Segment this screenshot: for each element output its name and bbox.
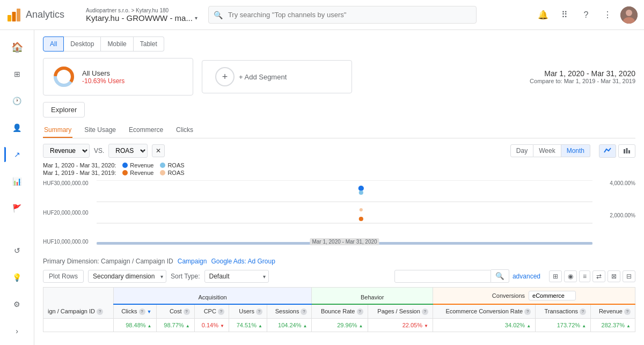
th-cpc[interactable]: CPC ?: [194, 304, 229, 319]
time-btn-day[interactable]: Day: [510, 144, 533, 157]
date-range-area[interactable]: Mar 1, 2020 - Mar 31, 2020 Compare to: M…: [530, 69, 635, 84]
metric2-select[interactable]: ROAS CPC Cost: [108, 144, 148, 158]
table-view-lifetime-btn[interactable]: ⊟: [623, 270, 635, 282]
sidebar-item-realtime[interactable]: 🕐: [4, 88, 30, 114]
breadcrumb-dropdown-icon[interactable]: ▾: [195, 15, 197, 21]
chart-controls: Revenue Sessions Users VS. ROAS CPC Cost…: [43, 144, 635, 158]
sidebar-item-refresh[interactable]: ↺: [4, 238, 30, 263]
y-axis-right: 4,000.00% 2,000.00%: [592, 180, 635, 245]
sub-tab-ecommerce[interactable]: Ecommerce: [128, 123, 164, 138]
cell-revenue: 282.37%: [591, 319, 635, 332]
sidebar-item-expand[interactable]: ›: [4, 318, 30, 344]
table-view-grid-btn[interactable]: ⊞: [549, 270, 562, 282]
tab-desktop[interactable]: Desktop: [64, 36, 101, 52]
tab-all[interactable]: All: [43, 36, 64, 52]
help-button[interactable]: ?: [577, 6, 595, 24]
table-view-compare-btn[interactable]: ⇄: [592, 270, 605, 282]
time-btn-month[interactable]: Month: [561, 144, 590, 157]
chart-time-buttons: Day Week Month: [510, 144, 590, 157]
y-right-top: 4,000.00%: [592, 180, 635, 186]
dim-help-icon[interactable]: ?: [97, 309, 103, 315]
acquisition-group-header: Acquisition: [113, 288, 312, 305]
avatar[interactable]: [620, 6, 638, 24]
th-bounce-rate[interactable]: Bounce Rate ?: [312, 304, 368, 319]
secondary-dim-select[interactable]: Secondary dimension: [88, 270, 166, 283]
time-btn-week[interactable]: Week: [533, 144, 561, 157]
sidebar-item-acquisition[interactable]: ↗: [4, 142, 30, 167]
th-ecommerce-rate[interactable]: Ecommerce Conversion Rate ?: [433, 304, 535, 319]
table-search-button[interactable]: 🔍: [491, 269, 509, 283]
sidebar-item-behavior[interactable]: 📊: [4, 168, 30, 194]
advanced-link[interactable]: advanced: [513, 273, 540, 280]
breadcrumb-title: Kytary.hu - GROWWW - ma...: [86, 13, 193, 23]
google-ads-dim-link[interactable]: Google Ads: Ad Group: [211, 258, 275, 265]
sub-tab-summary[interactable]: Summary: [43, 123, 72, 138]
behavior-icon: 📊: [12, 177, 21, 186]
compare-date: Compare to: Mar 1, 2019 - Mar 31, 2019: [530, 78, 635, 84]
y-right-mid: 2,000.00%: [592, 212, 635, 218]
campaign-dim-link[interactable]: Campaign: [178, 258, 207, 265]
line-chart-btn[interactable]: [599, 144, 616, 158]
sidebar-item-home[interactable]: 🏠: [4, 34, 30, 60]
sidebar-item-dashboard[interactable]: ⊞: [4, 61, 30, 87]
header-actions: 🔔 ⠿ ? ⋮: [535, 6, 638, 24]
table-view-pivot-btn[interactable]: ⊠: [608, 270, 620, 282]
legend-item-2020-revenue: Revenue: [122, 162, 153, 168]
metric1-select[interactable]: Revenue Sessions Users: [43, 144, 90, 158]
bar-chart-btn[interactable]: [618, 144, 635, 158]
th-pages-session[interactable]: Pages / Session ?: [368, 304, 433, 319]
cell-users: 74.51%: [229, 319, 267, 332]
notifications-button[interactable]: 🔔: [535, 6, 552, 24]
conversions-group-header: Conversions eCommerce: [433, 288, 635, 305]
sidebar-item-settings[interactable]: ⚙: [4, 291, 30, 317]
sort-type-label: Sort Type:: [171, 273, 200, 280]
sub-tab-clicks[interactable]: Clicks: [175, 123, 194, 138]
audience-icon: 👤: [12, 123, 21, 132]
legend-item-2019-revenue: Revenue: [122, 170, 153, 176]
sidebar-item-insights[interactable]: 💡: [4, 265, 30, 290]
table-search-input[interactable]: [394, 270, 491, 283]
th-users[interactable]: Users ?: [229, 304, 267, 319]
sub-tabs: Summary Site Usage Ecommerce Clicks: [43, 123, 635, 138]
menu-icon: ⋮: [603, 10, 612, 20]
svg-rect-2: [17, 9, 20, 21]
clear-metrics-btn[interactable]: ✕: [152, 144, 165, 157]
cell-dim: [43, 319, 114, 332]
table-view-bar-btn[interactable]: ≡: [579, 270, 590, 282]
svg-point-21: [360, 208, 363, 211]
segment-name: All Users: [82, 69, 125, 77]
clicks-sort-arrow[interactable]: ▼: [147, 309, 152, 314]
segment-tabs: All Desktop Mobile Tablet: [43, 36, 635, 52]
th-cost[interactable]: Cost ?: [156, 304, 194, 319]
conversions-icon: 🚩: [12, 204, 21, 212]
tab-tablet[interactable]: Tablet: [134, 36, 164, 52]
tab-mobile[interactable]: Mobile: [101, 36, 133, 52]
chart-legend: Mar 1, 2020 - Mar 31, 2020: Revenue ROAS…: [43, 162, 635, 176]
ecommerce-select[interactable]: eCommerce: [529, 291, 576, 300]
th-clicks[interactable]: Clicks ? ▼: [113, 304, 156, 319]
chart-svg: Mar 1, 2020 - Mar 31, 2020: [97, 180, 592, 245]
explorer-tab[interactable]: Explorer: [43, 102, 85, 118]
primary-dimension-row: Primary Dimension: Campaign / Campaign I…: [43, 258, 635, 265]
menu-button[interactable]: ⋮: [599, 6, 616, 24]
th-transactions[interactable]: Transactions ?: [536, 304, 591, 319]
th-sessions[interactable]: Sessions ?: [267, 304, 312, 319]
sub-tab-site-usage[interactable]: Site Usage: [83, 123, 117, 138]
dashboard-icon: ⊞: [14, 70, 20, 78]
table-view-pie-btn[interactable]: ◉: [564, 270, 577, 282]
plot-rows-button[interactable]: Plot Rows: [43, 270, 84, 283]
cell-bounce-rate: 29.96%: [312, 319, 368, 332]
breadcrumb-main[interactable]: Kytary.hu - GROWWW - ma... ▾: [86, 13, 197, 23]
search-input[interactable]: [208, 6, 477, 24]
sidebar-item-audience[interactable]: 👤: [4, 115, 30, 141]
sidebar-item-conversions[interactable]: 🚩: [4, 195, 30, 221]
segment-change: -10.63% Users: [82, 77, 125, 85]
th-revenue[interactable]: Revenue ?: [591, 304, 635, 319]
legend-row2-date: Mar 1, 2019 - Mar 31, 2019:: [43, 170, 116, 176]
apps-button[interactable]: ⠿: [556, 6, 573, 24]
svg-rect-9: [624, 149, 625, 153]
svg-rect-10: [626, 148, 628, 153]
add-segment-card[interactable]: + + Add Segment: [202, 60, 352, 93]
sort-type-select[interactable]: Default Weighted Absolute change: [204, 270, 269, 283]
chart-type-buttons: [599, 144, 635, 158]
